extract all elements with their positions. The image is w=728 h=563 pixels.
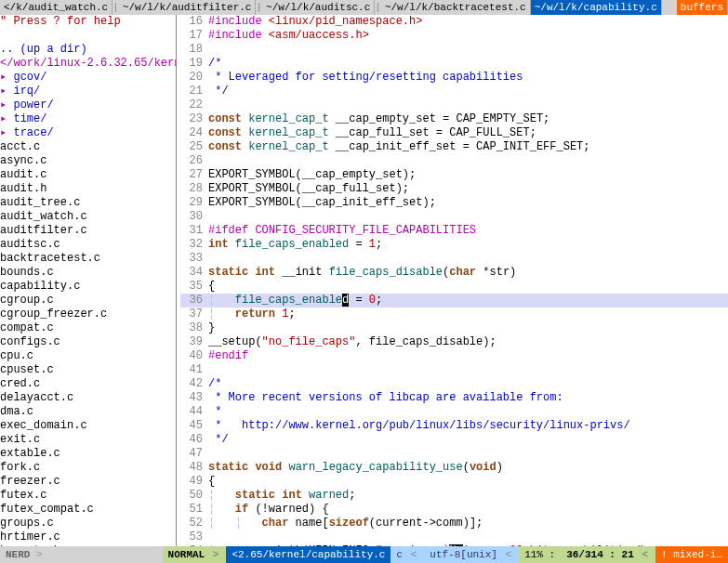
code-line-44[interactable]: 44 * xyxy=(180,405,728,419)
code-line-35[interactable]: 35{ xyxy=(180,280,728,294)
tree-file-audit_tree-c[interactable]: audit_tree.c xyxy=(0,196,176,210)
tree-file-cpu-c[interactable]: cpu.c xyxy=(0,349,176,363)
nerdtree-sidebar[interactable]: " Press ? for help .. (up a dir) </work/… xyxy=(0,15,177,546)
code-line-33[interactable]: 33 xyxy=(180,252,728,266)
code-line-19[interactable]: 19/* xyxy=(180,57,728,71)
code-line-38[interactable]: 38} xyxy=(180,321,728,335)
tree-file-freezer-c[interactable]: freezer.c xyxy=(0,475,176,489)
code-line-18[interactable]: 18 xyxy=(180,43,728,57)
code-line-30[interactable]: 30 xyxy=(180,210,728,224)
tree-file-futex_compat-c[interactable]: futex_compat.c xyxy=(0,503,176,517)
code-line-24[interactable]: 24const kernel_cap_t __cap_full_set = CA… xyxy=(180,126,728,140)
tab-capability-active[interactable]: ~/w/l/k/capability.c xyxy=(531,0,662,15)
code-editor[interactable]: 16#include <linux/pid_namespace.h>17#inc… xyxy=(177,15,728,546)
code-line-31[interactable]: 31#ifdef CONFIG_SECURITY_FILE_CAPABILITI… xyxy=(180,224,728,238)
tree-file-fork-c[interactable]: fork.c xyxy=(0,461,176,475)
code-line-22[interactable]: 22 xyxy=(180,98,728,112)
tab-bar: </k/audit_watch.c | ~/w/l/k/auditfilter.… xyxy=(0,0,728,15)
tree-dir-power-[interactable]: ▸ power/ xyxy=(0,98,176,112)
tree-dir-gcov-[interactable]: ▸ gcov/ xyxy=(0,71,176,85)
tree-file-acct-c[interactable]: acct.c xyxy=(0,140,176,154)
status-encoding: utf-8[unix] < xyxy=(424,546,519,563)
tree-file-audit_watch-c[interactable]: audit_watch.c xyxy=(0,210,176,224)
status-percent: 11% : xyxy=(519,546,561,563)
tree-file-compat-c[interactable]: compat.c xyxy=(0,321,176,335)
tree-dir-trace-[interactable]: ▸ trace/ xyxy=(0,126,176,140)
tree-file-audit-c[interactable]: audit.c xyxy=(0,168,176,182)
tree-file-bounds-c[interactable]: bounds.c xyxy=(0,266,176,280)
code-line-29[interactable]: 29EXPORT_SYMBOL(__cap_init_eff_set); xyxy=(180,196,728,210)
sidebar-help-text: " Press ? for help xyxy=(0,15,176,29)
tree-file-delayacct-c[interactable]: delayacct.c xyxy=(0,391,176,405)
tree-file-cred-c[interactable]: cred.c xyxy=(0,377,176,391)
code-line-23[interactable]: 23const kernel_cap_t __cap_empty_set = C… xyxy=(180,112,728,126)
tab-buffers[interactable]: buffers xyxy=(677,0,728,15)
tree-file-dma-c[interactable]: dma.c xyxy=(0,405,176,419)
tree-file-groups-c[interactable]: groups.c xyxy=(0,517,176,530)
status-bar: NERD > NORMAL > <2.65/kernel/capability.… xyxy=(0,546,728,563)
code-line-41[interactable]: 41 xyxy=(180,363,728,377)
tree-dir-irq-[interactable]: ▸ irq/ xyxy=(0,85,176,98)
code-line-50[interactable]: 50¦ static int warned; xyxy=(180,489,728,503)
code-line-49[interactable]: 49{ xyxy=(180,475,728,489)
tree-file-exit-c[interactable]: exit.c xyxy=(0,433,176,447)
tree-file-auditsc-c[interactable]: auditsc.c xyxy=(0,238,176,252)
tree-file-cpuset-c[interactable]: cpuset.c xyxy=(0,363,176,377)
code-line-53[interactable]: 53 xyxy=(180,530,728,544)
code-line-36[interactable]: 36¦ file_caps_enabled = 0; xyxy=(180,294,728,308)
status-position: 36/314 : 21 < xyxy=(561,546,655,563)
tab-backtracetest[interactable]: ~/w/l/k/backtracetest.c xyxy=(381,0,531,15)
tree-file-hrtimer-c[interactable]: hrtimer.c xyxy=(0,530,176,544)
sidebar-up-dir[interactable]: .. (up a dir) xyxy=(0,43,176,57)
tab-auditsc[interactable]: ~/w/l/k/auditsc.c xyxy=(262,0,375,15)
code-line-48[interactable]: 48static void warn_legacy_capability_use… xyxy=(180,461,728,475)
tab-auditfilter[interactable]: ~/w/l/k/auditfilter.c xyxy=(119,0,257,15)
status-mixed-indent: ! mixed-i… xyxy=(655,546,728,563)
status-mode: NORMAL > xyxy=(163,546,227,563)
code-line-47[interactable]: 47 xyxy=(180,447,728,461)
tree-file-futex-c[interactable]: futex.c xyxy=(0,489,176,503)
tree-file-backtracetest-c[interactable]: backtracetest.c xyxy=(0,252,176,266)
code-line-42[interactable]: 42/* xyxy=(180,377,728,391)
tree-file-extable-c[interactable]: extable.c xyxy=(0,447,176,461)
code-line-34[interactable]: 34static int __init file_caps_disable(ch… xyxy=(180,266,728,280)
tree-file-configs-c[interactable]: configs.c xyxy=(0,335,176,349)
sidebar-path[interactable]: </work/linux-2.6.32.65/kernel/ xyxy=(0,57,176,71)
code-line-39[interactable]: 39__setup("no_file_caps", file_caps_disa… xyxy=(180,335,728,349)
code-line-21[interactable]: 21 */ xyxy=(180,85,728,98)
code-line-25[interactable]: 25const kernel_cap_t __cap_init_eff_set … xyxy=(180,140,728,154)
status-filename: <2.65/kernel/capability.c xyxy=(226,546,390,563)
tree-file-capability-c[interactable]: capability.c xyxy=(0,280,176,294)
code-line-32[interactable]: 32int file_caps_enabled = 1; xyxy=(180,238,728,252)
status-nerd: NERD > xyxy=(0,546,48,563)
code-line-40[interactable]: 40#endif xyxy=(180,349,728,363)
tree-file-async-c[interactable]: async.c xyxy=(0,154,176,168)
tree-file-cgroup_freezer-c[interactable]: cgroup_freezer.c xyxy=(0,308,176,321)
code-line-37[interactable]: 37¦ return 1; xyxy=(180,308,728,321)
tree-file-audit-h[interactable]: audit.h xyxy=(0,182,176,196)
tree-dir-time-[interactable]: ▸ time/ xyxy=(0,112,176,126)
code-line-27[interactable]: 27EXPORT_SYMBOL(__cap_empty_set); xyxy=(180,168,728,182)
code-line-26[interactable]: 26 xyxy=(180,154,728,168)
code-line-51[interactable]: 51¦ if (!warned) { xyxy=(180,503,728,517)
code-line-28[interactable]: 28EXPORT_SYMBOL(__cap_full_set); xyxy=(180,182,728,196)
code-line-52[interactable]: 52¦ ¦ char name[sizeof(current->comm)]; xyxy=(180,517,728,530)
code-line-45[interactable]: 45 * http://www.kernel.org/pub/linux/lib… xyxy=(180,419,728,433)
tree-file-auditfilter-c[interactable]: auditfilter.c xyxy=(0,224,176,238)
status-filetype: c < xyxy=(390,546,424,563)
code-line-20[interactable]: 20 * Leveraged for setting/resetting cap… xyxy=(180,71,728,85)
code-line-16[interactable]: 16#include <linux/pid_namespace.h> xyxy=(180,15,728,29)
code-line-17[interactable]: 17#include <asm/uaccess.h> xyxy=(180,29,728,43)
code-line-46[interactable]: 46 */ xyxy=(180,433,728,447)
code-line-43[interactable]: 43 * More recent versions of libcap are … xyxy=(180,391,728,405)
tree-file-exec_domain-c[interactable]: exec_domain.c xyxy=(0,419,176,433)
tab-audit-watch[interactable]: </k/audit_watch.c xyxy=(0,0,113,15)
tree-file-cgroup-c[interactable]: cgroup.c xyxy=(0,294,176,308)
